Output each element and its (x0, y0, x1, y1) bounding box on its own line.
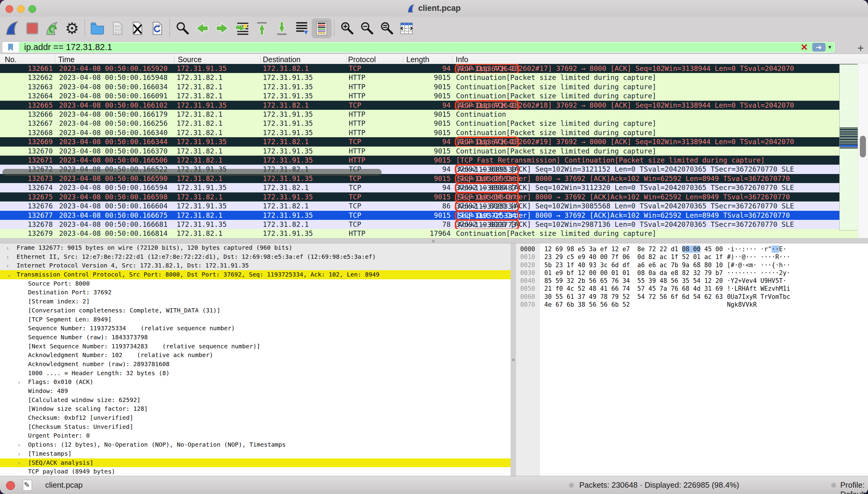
detail-line[interactable]: Window: 489 (0, 387, 511, 396)
filter-dropdown-caret-icon[interactable]: ▼ (827, 45, 832, 50)
packet-row-132667[interactable]: 1326672023-04-08 00:50:00.166256172.31.8… (0, 119, 868, 128)
column-header-length[interactable]: Length (406, 55, 429, 64)
go-back-button[interactable] (192, 18, 212, 38)
detail-line[interactable]: TCP payload (8949 bytes) (0, 467, 511, 476)
restart-capture-button[interactable] (42, 18, 62, 38)
detail-line[interactable]: ›Flags: 0x010 (ACK) (0, 378, 511, 387)
detail-line[interactable]: [Window size scaling factor: 128] (0, 404, 511, 414)
detail-line[interactable]: ›[Timestamps] (0, 449, 511, 458)
detail-line[interactable]: Sequence Number (raw): 1843373798 (0, 333, 511, 342)
expand-chevron-icon[interactable]: › (18, 458, 20, 468)
stop-capture-button[interactable] (22, 18, 42, 38)
packet-row-132674[interactable]: 1326742023-04-08 00:50:00.166594172.31.9… (0, 183, 868, 192)
detail-line[interactable]: ›Options: (12 bytes), No-Operation (NOP)… (0, 440, 511, 449)
close-file-button[interactable] (127, 18, 147, 38)
display-filter-field[interactable]: ip.addr == 172.31.82.1 ✕ ➜ ▼ (2, 41, 835, 53)
hex-row-0060[interactable]: 006030 55 61 37 49 78 79 52 54 72 56 6f … (516, 293, 868, 301)
packet-row-132663[interactable]: 1326632023-04-08 00:50:00.166034172.31.8… (0, 82, 868, 91)
column-header-destination[interactable]: Destination (263, 55, 300, 64)
capture-options-button[interactable]: ⚙ (62, 18, 82, 38)
packet-row-132671[interactable]: 1326712023-04-08 00:50:00.166506172.31.8… (0, 156, 868, 165)
detail-line[interactable]: ›Ethernet II, Src: 12:e7:8e:72:22:d1 (12… (0, 252, 511, 262)
detail-line[interactable]: [Checksum Status: Unverified] (0, 422, 511, 432)
go-to-bottom-button[interactable] (272, 18, 292, 38)
detail-line[interactable]: 1000 .... = Header Length: 32 bytes (8) (0, 369, 511, 378)
zoom-out-button[interactable] (357, 18, 377, 38)
expand-chevron-icon[interactable]: › (7, 243, 8, 252)
column-separator[interactable] (452, 55, 452, 63)
detail-line[interactable]: ›[SEQ/ACK analysis] (0, 458, 511, 468)
filter-apply-icon[interactable]: ➜ (812, 43, 826, 52)
expand-chevron-icon[interactable]: › (7, 252, 8, 262)
detail-line[interactable]: [TCP Segment Len: 8949] (0, 315, 511, 324)
column-separator[interactable] (346, 55, 347, 63)
start-capture-button[interactable] (2, 18, 22, 38)
find-packet-button[interactable] (172, 18, 192, 38)
detail-line[interactable]: ›Frame 132677: 9015 bytes on wire (72120… (0, 243, 511, 252)
detail-line[interactable]: Destination Port: 37692 (0, 288, 511, 297)
detail-line[interactable]: Source Port: 8000 (0, 279, 511, 288)
detail-line[interactable]: Acknowledgment number (raw): 2893781608 (0, 360, 511, 369)
packet-row-132679[interactable]: 1326792023-04-08 00:50:00.166814172.31.8… (0, 229, 868, 238)
column-separator[interactable] (403, 55, 403, 63)
packet-row-132668[interactable]: 1326682023-04-08 00:50:00.166340172.31.8… (0, 128, 868, 137)
packet-row-132662[interactable]: 1326622023-04-08 00:50:00.165948172.31.8… (0, 73, 868, 82)
zoom-in-button[interactable] (337, 18, 357, 38)
detail-line[interactable]: [Calculated window size: 62592] (0, 396, 511, 405)
column-header-info[interactable]: Info (456, 55, 468, 64)
detail-line[interactable]: ›Internet Protocol Version 4, Src: 172.3… (0, 261, 511, 270)
packet-row-132675[interactable]: 1326752023-04-08 00:50:00.166598172.31.8… (0, 192, 868, 202)
packet-row-132678[interactable]: 1326782023-04-08 00:50:00.166681172.31.9… (0, 220, 868, 229)
packet-row-132666[interactable]: 1326662023-04-08 00:50:00.166179172.31.8… (0, 110, 868, 119)
hex-row-0000[interactable]: 000012 69 98 e5 3a ef 12 e7 8e 72 22 d1 … (516, 245, 868, 253)
packet-row-132669[interactable]: 1326692023-04-08 00:50:00.166344172.31.9… (0, 137, 868, 146)
packet-row-132677[interactable]: 1326772023-04-08 00:50:00.166675172.31.8… (0, 211, 868, 220)
detail-line[interactable]: [Stream index: 2] (0, 297, 511, 306)
hex-row-0010[interactable]: 001023 29 c5 e9 40 00 7f 06 0d 82 ac 1f … (516, 253, 868, 261)
go-to-top-button[interactable] (252, 18, 272, 38)
packet-row-132670[interactable]: 1326702023-04-08 00:50:00.166370172.31.8… (0, 147, 868, 156)
filter-clear-icon[interactable]: ✕ (801, 42, 808, 53)
intelligent-scrollbar-minimap[interactable] (840, 64, 858, 230)
title-bar[interactable]: client.pcap (0, 0, 868, 17)
capture-comment-icon[interactable] (23, 480, 32, 491)
go-to-packet-button[interactable] (232, 18, 252, 38)
packet-list-horizontal-scrollbar-thumb[interactable] (2, 169, 381, 176)
hex-row-0040[interactable]: 004085 59 32 2b 56 65 76 34 55 39 48 56 … (516, 277, 868, 285)
detail-line[interactable]: [Conversation completeness: Complete, WI… (0, 306, 511, 315)
collapse-chevron-icon[interactable]: ⌄ (7, 270, 12, 279)
detail-line[interactable]: [Next Sequence Number: 1193734283 (relat… (0, 342, 511, 351)
packet-row-132664[interactable]: 1326642023-04-08 00:50:00.166091172.31.8… (0, 91, 868, 100)
vertical-pane-splitter[interactable] (511, 243, 516, 476)
filter-add-button[interactable]: + (857, 42, 864, 55)
expand-chevron-icon[interactable]: › (7, 261, 8, 270)
packet-list-vertical-scrollbar[interactable] (858, 64, 868, 238)
expand-chevron-icon[interactable]: › (18, 440, 20, 449)
column-separator[interactable] (260, 55, 261, 63)
detail-line[interactable]: Acknowledgment Number: 102 (relative ack… (0, 351, 511, 360)
column-header-protocol[interactable]: Protocol (348, 55, 376, 64)
zoom-reset-button[interactable] (377, 18, 397, 38)
filter-bookmark-button[interactable] (2, 42, 19, 53)
resize-columns-button[interactable] (397, 18, 416, 38)
packet-row-132661[interactable]: 1326612023-04-08 00:50:00.165920172.31.9… (0, 64, 868, 73)
status-profile[interactable]: Profile: Default (840, 480, 868, 494)
expand-chevron-icon[interactable]: › (18, 449, 20, 458)
save-file-button[interactable]: 010101100111 (107, 18, 127, 38)
hex-row-0020[interactable]: 00205b 23 1f 40 93 3c 6d df a6 e6 ac 7b … (516, 261, 868, 269)
column-header-source[interactable]: Source (178, 55, 202, 64)
hex-row-0050[interactable]: 005021 f0 4c 52 48 41 66 74 57 45 7a 76 … (516, 285, 868, 292)
colorize-button[interactable] (312, 18, 332, 38)
filter-input[interactable]: ip.addr == 172.31.82.1 (24, 42, 801, 52)
packet-list-header[interactable]: No.TimeSourceDestinationProtocolLengthIn… (0, 54, 868, 64)
column-separator[interactable] (174, 55, 175, 63)
hex-row-0030[interactable]: 003001 e9 bf 12 00 00 01 01 08 0a da e8 … (516, 269, 868, 277)
detail-line[interactable]: Urgent Pointer: 0 (0, 431, 511, 440)
column-header-time[interactable]: Time (58, 55, 75, 64)
packet-row-132665[interactable]: 1326652023-04-08 00:50:00.166102172.31.9… (0, 101, 868, 110)
horizontal-pane-splitter[interactable] (0, 238, 868, 243)
reload-file-button[interactable]: 1010 (147, 18, 167, 38)
vertical-scrollbar-thumb[interactable] (860, 136, 866, 157)
expand-chevron-icon[interactable]: › (18, 378, 20, 387)
go-forward-button[interactable] (212, 18, 232, 38)
